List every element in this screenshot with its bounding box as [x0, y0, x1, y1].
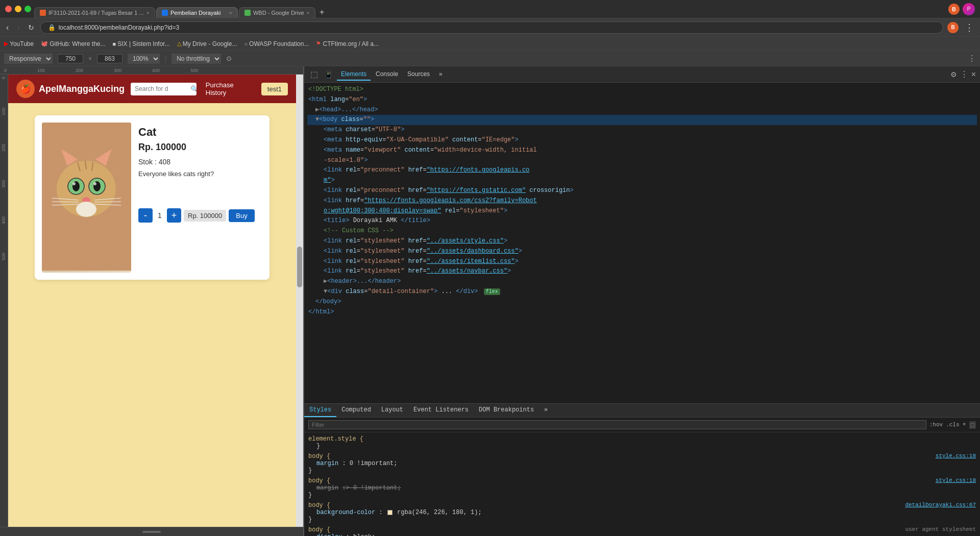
s-tab-styles[interactable]: Styles: [304, 404, 336, 417]
filter-hov[interactable]: :hov: [929, 422, 943, 428]
filter-add[interactable]: +: [963, 421, 966, 428]
responsive-more-icon[interactable]: ⋮: [968, 54, 976, 63]
webpage-viewport: 🍎 ApelManggaKucing 🔍 Purchase History te…: [8, 75, 296, 527]
tree-line-doctype[interactable]: <!DOCTYPE html>: [307, 85, 977, 95]
tree-line-link3b[interactable]: o:wght@100;300;400;display=swap" rel="st…: [307, 206, 977, 216]
tree-line-style2[interactable]: <link rel="stylesheet" href="../assets/d…: [307, 247, 977, 257]
tree-line-link3[interactable]: <link href="https://fonts.googleapis.com…: [307, 196, 977, 206]
tree-line-style3[interactable]: <link rel="stylesheet" href="../assets/i…: [307, 257, 977, 267]
nav-search-box[interactable]: 🔍: [131, 83, 197, 95]
tree-line-comment[interactable]: <!-- Custom CSS -->: [307, 226, 977, 236]
tree-line-detail[interactable]: ▼<div class="detail-container"> ... </di…: [307, 287, 977, 297]
purchase-history-link[interactable]: Purchase History: [203, 81, 255, 96]
tree-line-style1[interactable]: <link rel="stylesheet" href="../assets/s…: [307, 236, 977, 247]
tree-line-html[interactable]: <html lang="en">: [307, 95, 977, 105]
rule-source-body3[interactable]: detailDorayaki.css:67: [905, 502, 976, 509]
yt-icon: ▶: [4, 40, 8, 47]
bookmark-ctf[interactable]: ⚑ CTFtime.org / All a...: [316, 40, 378, 47]
product-price: Rp. 100000: [138, 142, 262, 153]
tab1-favicon: [40, 10, 46, 16]
dt-inspect-btn[interactable]: ⬚: [308, 68, 320, 80]
tab2-close[interactable]: ×: [229, 10, 232, 16]
tree-line-meta1[interactable]: <meta charset="UTF-8">: [307, 125, 977, 135]
buy-btn[interactable]: Buy: [229, 209, 254, 222]
viewport-container: 0 100 200 300 400 500 0 100 200 300 400 …: [0, 66, 303, 536]
bookmark-owasp[interactable]: ○ OWASP Foundation...: [244, 40, 309, 47]
s-tab-computed[interactable]: Computed: [336, 404, 376, 417]
profile-icon[interactable]: P: [963, 3, 975, 15]
zoom-select[interactable]: 100%: [128, 54, 160, 64]
tab1-close[interactable]: ×: [146, 10, 150, 16]
tree-line-meta3[interactable]: <meta name="viewport" content="width=dev…: [307, 145, 977, 156]
search-btn[interactable]: 🔍: [187, 83, 197, 95]
filter-cls[interactable]: .cls: [946, 422, 959, 428]
viewport-width-input[interactable]: [58, 54, 83, 63]
brave-shield-icon[interactable]: B: [947, 22, 959, 33]
nav-refresh-btn[interactable]: ↻: [26, 22, 36, 33]
rule-source-body2[interactable]: style.css:18: [936, 477, 976, 484]
cat-svg: [42, 123, 131, 271]
viewport-scrollbar[interactable]: [296, 75, 303, 527]
tree-line-meta2[interactable]: <meta http-equiv="X-UA-Compatible" conte…: [307, 135, 977, 145]
bookmark-yt[interactable]: ▶ YouTube: [4, 40, 34, 47]
user-btn[interactable]: test1: [261, 83, 288, 95]
tree-line-link2[interactable]: <link rel="preconnect" href="https://fon…: [307, 186, 977, 196]
nav-forward-btn[interactable]: ›: [15, 22, 21, 33]
tree-line-body-close[interactable]: </body>: [307, 297, 977, 307]
btn-minimize[interactable]: [15, 6, 21, 12]
tab3-close[interactable]: ×: [307, 10, 310, 16]
rule-body-2: body { style.css:18 margin :> 0 !importa…: [308, 477, 976, 499]
tree-line-header[interactable]: ▶<header>...</header>: [307, 277, 977, 287]
bookmark-gh[interactable]: 🐙 GitHub: Where the...: [41, 40, 105, 47]
s-tab-event[interactable]: Event Listeners: [408, 404, 474, 417]
btn-close[interactable]: [5, 6, 12, 12]
tree-line-link1b[interactable]: m">: [307, 176, 977, 186]
owasp-icon: ○: [244, 41, 248, 47]
s-tab-dom[interactable]: DOM Breakpoints: [474, 404, 539, 417]
tree-line-link1[interactable]: <link rel="preconnect" href="https://fon…: [307, 165, 977, 176]
tree-line-style4[interactable]: <link rel="stylesheet" href="../assets/n…: [307, 266, 977, 277]
style-rules-content: element.style { } body { style.css:18 ma…: [304, 432, 980, 536]
bookmark-gdrive[interactable]: △ My Drive - Google...: [177, 40, 237, 47]
dt-settings-btn[interactable]: ⚙: [950, 70, 957, 79]
new-tab-btn[interactable]: +: [316, 7, 327, 18]
dt-tab-more[interactable]: »: [435, 68, 447, 81]
dt-more-btn[interactable]: ⋮: [960, 69, 968, 79]
address-bar[interactable]: 🔒 localhost:8000/pembelianDorayaki.php?i…: [40, 21, 943, 34]
six-icon: ■: [113, 41, 116, 47]
browser-tab-3[interactable]: WBD - Google Drive ×: [239, 7, 315, 18]
browser-tab-2[interactable]: Pembelian Dorayaki ×: [156, 7, 238, 18]
rule-source-body1[interactable]: style.css:18: [936, 453, 976, 460]
color-swatch[interactable]: [387, 510, 393, 515]
throttle-select[interactable]: No throttling: [172, 54, 221, 64]
dt-close-btn[interactable]: ×: [971, 70, 976, 79]
qty-minus-btn[interactable]: -: [138, 208, 153, 223]
btn-maximize[interactable]: [24, 6, 31, 12]
tree-line-meta3b[interactable]: -scale=1.0">: [307, 156, 977, 166]
search-input[interactable]: [131, 83, 187, 95]
scrollbar-thumb[interactable]: [297, 247, 302, 287]
responsive-mode-select[interactable]: Responsive: [4, 54, 53, 64]
cache-icon[interactable]: ⊙: [226, 55, 232, 62]
rule-body-1: body { style.css:18 margin : 0 !importan…: [308, 453, 976, 474]
tree-line-title[interactable]: <title> Dorayaki AMK </title>: [307, 216, 977, 226]
dt-device-btn[interactable]: 📱: [322, 69, 335, 80]
styles-filter-input[interactable]: [308, 420, 926, 429]
qty-plus-btn[interactable]: +: [167, 208, 181, 223]
rule-selector-element: element.style {: [308, 435, 976, 443]
tree-line-body[interactable]: ▼<body class="">: [307, 115, 977, 125]
s-tab-layout[interactable]: Layout: [376, 404, 408, 417]
dt-tab-console[interactable]: Console: [372, 68, 402, 81]
dt-tab-elements[interactable]: Elements: [337, 68, 371, 81]
s-tab-more[interactable]: »: [539, 404, 553, 417]
tree-line-html-close[interactable]: </html>: [307, 307, 977, 318]
tree-line-head[interactable]: ▶<head>...</head>: [307, 105, 977, 115]
toolbar-more-btn[interactable]: ⋮: [963, 22, 976, 33]
nav-back-btn[interactable]: ‹: [4, 22, 11, 33]
browser-tab-1[interactable]: IF3110-2021-01-69 / Tugas Besar 1 ... ×: [34, 7, 155, 18]
viewport-height-input[interactable]: [97, 54, 122, 63]
dt-tab-sources[interactable]: Sources: [403, 68, 434, 81]
bookmark-six[interactable]: ■ SIX | Sistem Infor...: [113, 40, 170, 47]
filter-add2[interactable]: ⬚: [969, 421, 976, 429]
product-description: Everyone likes cats right?: [138, 170, 262, 178]
